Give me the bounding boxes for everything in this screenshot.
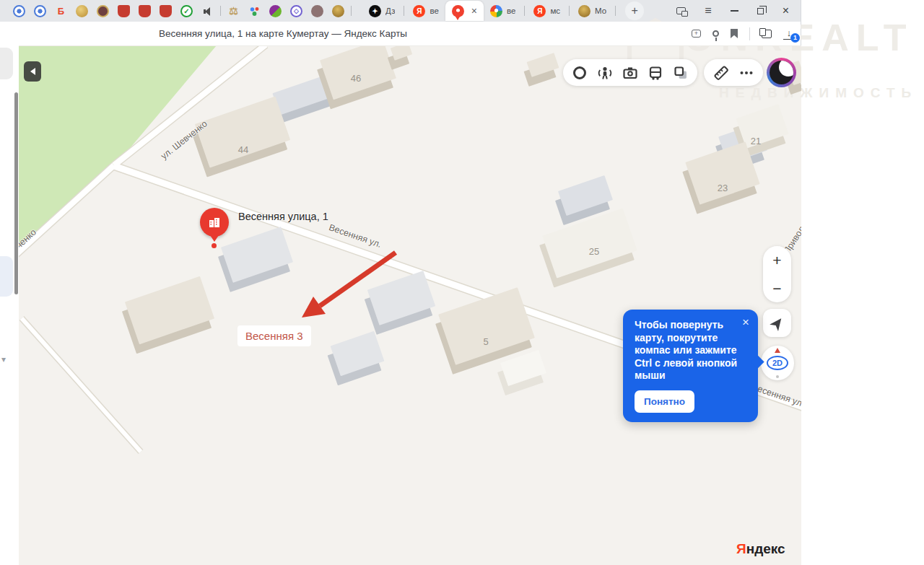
left-sidebar-sliver: ▾ — [0, 45, 19, 565]
close-window-icon[interactable]: × — [783, 5, 789, 17]
new-tab-button[interactable]: + — [625, 1, 644, 20]
pinned-tab[interactable]: Б — [51, 1, 71, 21]
figure-favicon — [311, 5, 323, 17]
profile-avatar[interactable] — [767, 58, 796, 87]
shield-favicon — [160, 5, 172, 17]
speaker-favicon — [201, 5, 214, 17]
browser-menu-icon[interactable]: ≡ — [705, 5, 711, 17]
eagle-favicon — [332, 5, 344, 17]
tab-divider — [351, 6, 352, 16]
pin-anchor-dot — [212, 243, 217, 248]
new-window-icon[interactable]: + — [692, 30, 701, 38]
locate-me-button[interactable] — [763, 309, 791, 337]
pinned-tab[interactable]: ⚖ — [223, 1, 244, 21]
sber-favicon: ✓ — [180, 5, 193, 17]
tab-close-button[interactable]: × — [471, 6, 477, 16]
pinned-tab[interactable] — [134, 1, 155, 21]
restore-icon[interactable] — [757, 8, 764, 14]
shield-favicon — [118, 5, 130, 17]
pinned-tab[interactable]: ◇ — [286, 1, 307, 21]
page-title: Весенняя улица, 1 на карте Кумертау — Ян… — [159, 22, 407, 45]
tab[interactable]: Ямс — [527, 1, 567, 21]
bookmark-icon[interactable] — [731, 29, 738, 38]
caret-down-icon[interactable]: ▾ — [1, 354, 6, 364]
tab-title: Дз — [385, 6, 395, 15]
map-canvas[interactable]: 46442123255ул. ШевченкоченкоВесенняя ул.… — [0, 45, 801, 565]
pinned-tab[interactable] — [265, 1, 286, 21]
tab[interactable]: ве — [484, 1, 522, 21]
avatar-image — [770, 61, 793, 84]
photos-camera-icon[interactable] — [618, 60, 642, 86]
pinned-tab[interactable] — [113, 1, 134, 21]
tab-title: ве — [507, 6, 515, 15]
dzen-favicon: ✦ — [369, 5, 381, 17]
tab[interactable]: Яве — [406, 1, 445, 21]
download-icon[interactable]: ↓ 1 — [783, 28, 795, 40]
pinned-tab[interactable] — [71, 1, 92, 21]
tooltip-close-icon[interactable]: × — [742, 316, 749, 328]
building — [195, 97, 290, 168]
tab-divider — [615, 6, 616, 16]
building — [542, 208, 637, 278]
window-controls: ≡ × — [676, 0, 796, 22]
annotation-label: Весенняя 3 — [237, 325, 311, 346]
sidebar-collapse-button[interactable] — [24, 61, 41, 82]
sidebar-item[interactable] — [0, 48, 13, 79]
pinned-tab[interactable] — [197, 1, 218, 21]
compass-south-dot — [776, 375, 779, 378]
tab-divider — [404, 6, 404, 16]
pinned-tab[interactable] — [155, 1, 176, 21]
zoom-out-button[interactable]: − — [763, 274, 791, 302]
pinned-tab[interactable] — [9, 1, 30, 21]
building-icon — [207, 215, 222, 229]
shield-favicon — [139, 5, 151, 17]
pinned-tab[interactable] — [30, 1, 51, 21]
ruler-icon[interactable] — [709, 60, 733, 86]
tab-divider — [569, 6, 570, 16]
tab[interactable]: ✦Дз — [362, 1, 401, 21]
map-pin[interactable] — [200, 208, 229, 237]
title-bar-icons: + ↓ 1 — [692, 22, 795, 45]
title-bar: Весенняя улица, 1 на карте Кумертау — Ян… — [0, 22, 801, 45]
cube-favicon: ◇ — [290, 5, 302, 17]
minimize-icon[interactable] — [731, 10, 738, 12]
zoom-control: + − — [763, 246, 791, 302]
sidebar-item[interactable] — [0, 256, 13, 297]
panorama-icon[interactable] — [593, 60, 617, 86]
tab-title: Мо — [595, 6, 606, 15]
transport-bus-icon[interactable] — [643, 60, 668, 86]
zoom-in-button[interactable]: + — [763, 246, 791, 274]
buildings-layer — [0, 46, 801, 565]
yandex-logo[interactable]: Яндекс — [736, 541, 785, 557]
navigator-arrow-icon — [770, 315, 785, 331]
pinned-tab[interactable] — [92, 1, 113, 21]
collections-icon[interactable] — [762, 30, 772, 38]
compass-ring-icon[interactable] — [567, 60, 592, 86]
scrollbar[interactable] — [14, 92, 18, 294]
building — [331, 331, 385, 376]
location-icon[interactable] — [712, 30, 719, 37]
tab[interactable]: Мо — [572, 1, 613, 21]
ring-favicon — [34, 5, 46, 17]
pinned-tab[interactable] — [244, 1, 265, 21]
split-screen-icon[interactable] — [676, 7, 686, 14]
pinned-tab[interactable] — [328, 1, 349, 21]
layers-icon[interactable] — [668, 60, 693, 86]
scales-favicon: ⚖ — [227, 5, 240, 17]
tab-divider — [220, 6, 221, 16]
gold-favicon — [76, 5, 88, 17]
pinned-tab[interactable] — [307, 1, 328, 21]
tooltip-text: Чтобы повернуть карту, покрутите компас … — [635, 319, 743, 382]
tab-title: мс — [550, 6, 560, 15]
pinned-tab[interactable]: ✓ — [176, 1, 197, 21]
labeled-tabs: ✦ДзЯве×веЯмсМо — [354, 0, 618, 22]
building — [558, 175, 613, 216]
building — [125, 276, 214, 344]
active-tab[interactable]: × — [445, 1, 484, 21]
letter-favicon: Б — [55, 5, 67, 17]
compass-2d-button[interactable]: 2D — [761, 346, 794, 380]
building — [221, 227, 293, 283]
pin-address-label: Весенняя улица, 1 — [238, 211, 328, 222]
tooltip-ok-button[interactable]: Понятно — [635, 390, 694, 413]
more-options-icon[interactable] — [734, 60, 759, 86]
